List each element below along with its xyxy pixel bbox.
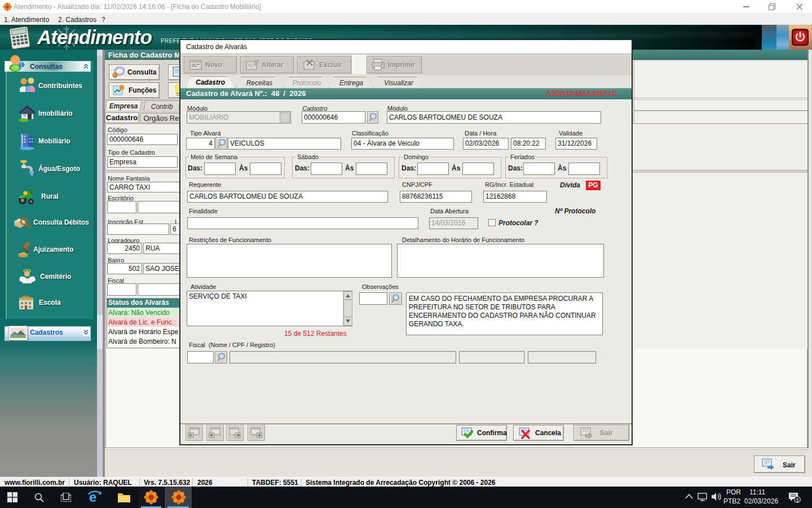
svg-text:1: 1 xyxy=(796,497,799,503)
